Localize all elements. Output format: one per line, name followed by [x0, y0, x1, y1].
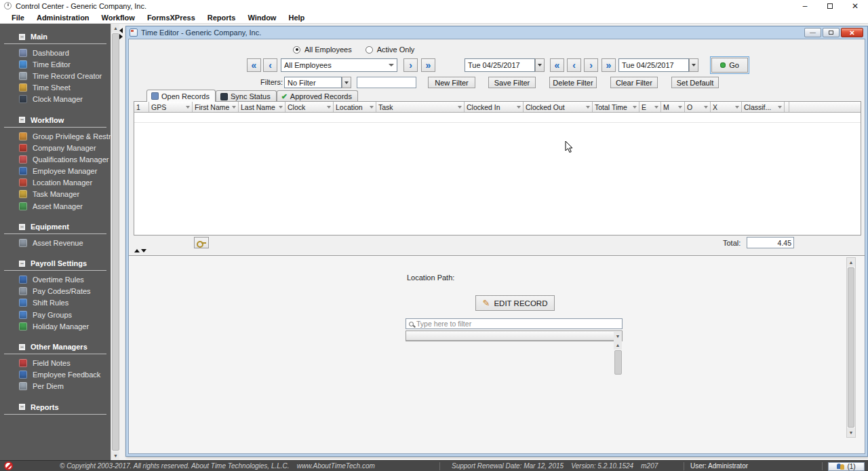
sidebar-item-pay-codes-rates[interactable]: Pay Codes/Rates — [0, 286, 111, 297]
no-entry-icon[interactable] — [4, 461, 13, 470]
map-tool-button[interactable] — [194, 237, 209, 248]
last-date-button[interactable]: » — [601, 58, 616, 72]
tray-users-button[interactable]: (1) — [828, 462, 865, 471]
detail-scrollbar[interactable]: ▲ ▼ — [846, 257, 856, 438]
column-header-x[interactable]: X — [711, 102, 742, 112]
minimize-icon[interactable]: — — [804, 28, 821, 37]
date-from-input[interactable]: Tue 04/25/2017 — [465, 58, 535, 72]
employee-filter-box[interactable]: Type here to filter — [406, 318, 623, 329]
sidebar-item-pay-groups[interactable]: Pay Groups — [0, 309, 111, 320]
set-default-button[interactable]: Set Default — [671, 77, 719, 88]
column-header-classif[interactable]: Classif... — [742, 102, 785, 112]
column-header-clocked-out[interactable]: Clocked Out — [524, 102, 593, 112]
scrollbar-thumb[interactable] — [614, 350, 622, 375]
sidebar-item-employee-feedback[interactable]: Employee Feedback — [0, 369, 111, 381]
tab-open-records[interactable]: Open Records — [146, 90, 216, 102]
sidebar-item-qualifications-manager[interactable]: Qualifications Manager — [0, 153, 111, 165]
column-header-clocked-in[interactable]: Clocked In — [465, 102, 524, 112]
column-header-total-time[interactable]: Total Time — [593, 102, 639, 112]
column-header-task[interactable]: Task — [376, 102, 465, 112]
scroll-up-icon[interactable]: ▲ — [847, 258, 855, 267]
sidebar-item-holiday-manager[interactable]: Holiday Manager — [0, 320, 111, 332]
filter-combo[interactable]: No Filter — [284, 77, 342, 88]
sidebar-section-header-workflow[interactable]: −Workflow — [4, 114, 106, 128]
prev-employee-button[interactable]: ‹ — [263, 58, 277, 72]
first-date-button[interactable]: « — [550, 58, 564, 72]
sidebar-section-header-main[interactable]: −Main — [4, 31, 106, 44]
scroll-up-icon[interactable]: ▲ — [614, 341, 622, 350]
date-to-dropdown-icon[interactable] — [689, 58, 698, 72]
date-to-input[interactable]: Tue 04/25/2017 — [618, 58, 689, 72]
sidebar-section-header-payroll-settings[interactable]: −Payroll Settings — [4, 257, 106, 271]
column-header-e[interactable]: E — [639, 102, 661, 112]
sidebar-item-company-manager[interactable]: Company Manager — [0, 142, 111, 153]
sidebar-item-group-privilege-restr[interactable]: Group Privilege & Restr... — [0, 130, 111, 142]
menu-file[interactable]: File — [5, 12, 31, 23]
prev-date-button[interactable]: ‹ — [567, 58, 581, 72]
sidebar-item-location-manager[interactable]: Location Manager — [0, 177, 111, 189]
sidebar-splitter[interactable] — [119, 24, 125, 460]
next-employee-button[interactable]: › — [403, 58, 418, 72]
sidebar-item-clock-manager[interactable]: Clock Manager — [0, 94, 111, 105]
go-button[interactable]: Go — [711, 58, 748, 73]
all-employees-radio[interactable] — [293, 46, 300, 54]
sidebar-item-employee-manager[interactable]: Employee Manager — [0, 166, 111, 177]
panel-splitter-icon[interactable] — [134, 249, 146, 252]
column-header-first-name[interactable]: First Name — [193, 102, 239, 112]
last-employee-button[interactable]: » — [421, 58, 435, 72]
column-header-last-name[interactable]: Last Name — [239, 102, 285, 112]
sidebar-item-time-record-creator[interactable]: Time Record Creator — [0, 70, 111, 81]
splitter-arrows-icon[interactable] — [119, 28, 125, 39]
filter-search-input[interactable] — [357, 77, 416, 88]
menu-administration[interactable]: Administration — [31, 12, 96, 23]
restore-icon[interactable] — [825, 1, 835, 11]
sidebar-section-header-equipment[interactable]: −Equipment — [4, 221, 106, 234]
column-header-clock[interactable]: Clock — [285, 102, 334, 112]
scrollbar-thumb[interactable] — [112, 33, 119, 451]
sidebar-item-per-diem[interactable]: Per Diem — [0, 381, 111, 392]
sidebar-item-time-editor[interactable]: Time Editor — [0, 58, 111, 70]
menu-workflow[interactable]: Workflow — [96, 12, 141, 23]
scroll-down-icon[interactable]: ▼ — [847, 428, 855, 437]
filter-dropdown-icon[interactable] — [342, 77, 351, 88]
employee-dropdown[interactable]: All Employees — [281, 58, 397, 72]
active-only-radio[interactable] — [366, 46, 373, 54]
clear-filter-button[interactable]: Clear Filter — [610, 77, 658, 88]
close-icon[interactable]: ✕ — [841, 28, 863, 37]
scroll-down-icon[interactable]: ▼ — [614, 332, 622, 341]
column-header-o[interactable]: O — [685, 102, 711, 112]
edit-record-button[interactable]: ✎ EDIT RECORD — [475, 295, 555, 311]
close-icon[interactable]: ✕ — [850, 1, 860, 11]
sidebar-item-asset-revenue[interactable]: Asset Revenue — [0, 237, 111, 248]
sidebar-item-asset-manager[interactable]: Asset Manager — [0, 200, 111, 212]
next-date-button[interactable]: › — [584, 58, 598, 72]
new-filter-button[interactable]: New Filter — [428, 77, 475, 88]
menu-window[interactable]: Window — [241, 12, 282, 23]
sidebar-item-field-notes[interactable]: Field Notes — [0, 357, 111, 369]
column-header-gps[interactable]: GPS — [149, 102, 193, 112]
maximize-icon[interactable] — [823, 28, 840, 37]
column-header-m[interactable]: M — [661, 102, 685, 112]
tab-sync-status[interactable]: Sync Status — [216, 90, 277, 102]
delete-filter-button[interactable]: Delete Filter — [549, 77, 597, 88]
menu-help[interactable]: Help — [282, 12, 311, 23]
save-filter-button[interactable]: Save Filter — [488, 77, 536, 88]
sidebar-item-dashboard[interactable]: Dashboard — [0, 47, 111, 58]
table-row[interactable] — [134, 113, 861, 123]
time-editor-titlebar[interactable]: Time Editor - Generic Company, Inc. — ✕ — [128, 26, 865, 39]
sidebar-section-header-reports[interactable]: −Reports — [4, 401, 106, 415]
menu-formsxpress[interactable]: FormsXPress — [141, 12, 201, 23]
minimize-icon[interactable]: – — [800, 1, 810, 11]
sidebar-item-time-sheet[interactable]: Time Sheet — [0, 82, 111, 94]
tab-approved-records[interactable]: ✔Approved Records — [277, 90, 358, 102]
sidebar-item-task-manager[interactable]: Task Manager — [0, 189, 111, 200]
menu-reports[interactable]: Reports — [201, 12, 242, 23]
sidebar-section-header-other-managers[interactable]: −Other Managers — [4, 341, 106, 354]
first-employee-button[interactable]: « — [247, 58, 261, 72]
scrollbar-thumb[interactable] — [848, 267, 854, 428]
sidebar-item-overtime-rules[interactable]: Overtime Rules — [0, 274, 111, 285]
column-header-location[interactable]: Location — [334, 102, 376, 112]
date-from-dropdown-icon[interactable] — [535, 58, 545, 72]
sidebar-scrollbar[interactable]: ▲ ▼ — [111, 24, 119, 460]
sidebar-item-shift-rules[interactable]: Shift Rules — [0, 297, 111, 309]
